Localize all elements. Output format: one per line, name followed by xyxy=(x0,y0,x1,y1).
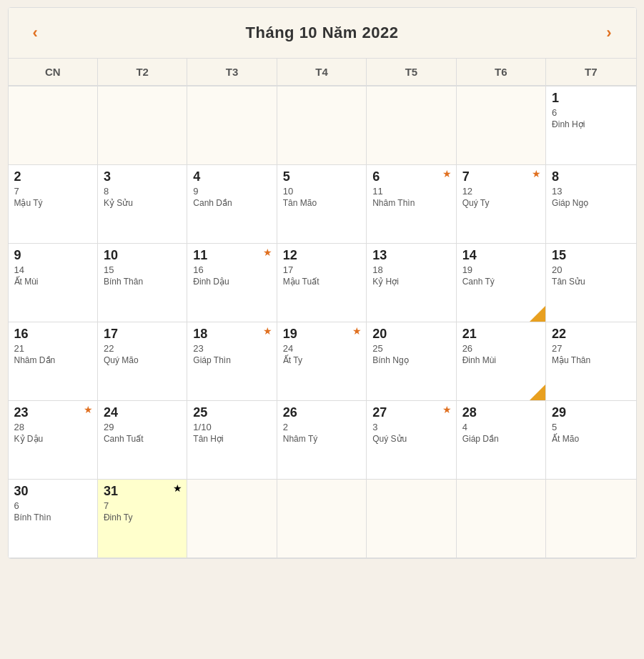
day-cell[interactable]: ★273Quý Sửu xyxy=(367,401,456,480)
lunar-date: 6 xyxy=(552,107,630,118)
star-icon: ★ xyxy=(84,404,93,415)
prev-month-button[interactable]: ‹ xyxy=(26,21,45,45)
star-icon: ★ xyxy=(442,404,452,415)
lunar-name: Nhâm Tý xyxy=(283,434,360,444)
day-cell[interactable]: 1217Mậu Tuất xyxy=(277,244,367,322)
day-cell[interactable]: 306Bính Thìn xyxy=(9,480,98,558)
day-cell[interactable]: 1621Nhâm Dần xyxy=(9,322,98,401)
day-cell xyxy=(187,480,277,558)
star-icon: ★ xyxy=(442,168,452,179)
day-cell[interactable]: 38Kỷ Sửu xyxy=(98,165,187,244)
weekday-label: CN xyxy=(9,59,98,85)
star-icon: ★ xyxy=(352,325,362,337)
next-month-button[interactable]: › xyxy=(599,21,618,45)
lunar-name: Ất Mão xyxy=(552,434,630,444)
lunar-date: 28 xyxy=(14,422,91,432)
day-cell xyxy=(457,480,546,558)
lunar-date: 17 xyxy=(283,264,360,275)
lunar-name: Canh Dần xyxy=(193,198,270,208)
lunar-date: 4 xyxy=(462,422,540,432)
weekday-label: T2 xyxy=(98,59,187,85)
lunar-date: 2 xyxy=(283,422,360,432)
lunar-date: 26 xyxy=(462,343,540,354)
lunar-date: 23 xyxy=(193,343,270,354)
day-cell[interactable]: ★611Nhâm Thìn xyxy=(367,165,456,244)
lunar-name: Mậu Tý xyxy=(14,198,91,208)
lunar-date: 7 xyxy=(104,500,181,511)
lunar-date: 13 xyxy=(552,186,630,197)
day-cell[interactable]: 49Canh Dần xyxy=(187,165,277,244)
lunar-date: 7 xyxy=(14,186,91,197)
day-cell[interactable]: 262Nhâm Tý xyxy=(277,401,367,480)
day-cell[interactable]: 295Ất Mão xyxy=(546,401,635,480)
lunar-name: Tân Hợi xyxy=(193,434,270,444)
lunar-date: 29 xyxy=(104,422,181,432)
day-number: 25 xyxy=(193,405,270,420)
lunar-date: 20 xyxy=(552,264,630,275)
corner-triangle xyxy=(530,385,545,400)
lunar-date: 8 xyxy=(104,186,181,197)
day-cell[interactable]: 1015Bính Thân xyxy=(98,244,187,322)
day-number: 22 xyxy=(552,327,630,342)
lunar-name: Giáp Thìn xyxy=(193,355,270,365)
day-cell[interactable]: 1520Tân Sửu xyxy=(546,244,635,322)
day-number: 29 xyxy=(552,405,630,420)
day-number: 26 xyxy=(283,405,360,420)
day-number: 6 xyxy=(372,169,450,184)
lunar-date: 1/10 xyxy=(193,422,270,432)
lunar-name: Ất Ty xyxy=(283,355,360,365)
day-number: 23 xyxy=(14,405,91,420)
weekday-label: T4 xyxy=(277,59,367,85)
day-cell[interactable]: 251/10Tân Hợi xyxy=(187,401,277,480)
lunar-date: 9 xyxy=(193,186,270,197)
day-cell[interactable]: 914Ất Mùi xyxy=(9,244,98,322)
day-number: 18 xyxy=(193,327,270,342)
lunar-date: 15 xyxy=(104,264,181,275)
calendar: ‹ Tháng 10 Năm 2022 › CNT2T3T4T5T6T7 16Đ… xyxy=(8,7,637,559)
lunar-date: 6 xyxy=(14,500,91,511)
lunar-name: Mậu Tuất xyxy=(283,277,360,287)
lunar-date: 27 xyxy=(552,343,630,354)
lunar-date: 21 xyxy=(14,343,91,354)
lunar-date: 24 xyxy=(283,343,360,354)
day-cell[interactable]: ★1116Đinh Dậu xyxy=(187,244,277,322)
day-cell[interactable]: 27Mậu Tý xyxy=(9,165,98,244)
day-cell[interactable]: ★1924Ất Ty xyxy=(277,322,367,401)
day-number: 13 xyxy=(372,248,450,263)
day-cell[interactable]: 1722Quý Mão xyxy=(98,322,187,401)
lunar-name: Mậu Thân xyxy=(552,355,630,365)
day-cell[interactable]: 1419Canh Tý xyxy=(457,244,546,322)
day-number: 9 xyxy=(14,248,91,263)
day-cell[interactable]: 2025Bính Ngọ xyxy=(367,322,456,401)
day-number: 12 xyxy=(283,248,360,263)
day-cell[interactable]: ★1823Giáp Thìn xyxy=(187,322,277,401)
day-cell[interactable]: ★712Quý Ty xyxy=(457,165,546,244)
day-cell[interactable]: ★2328Kỷ Dậu xyxy=(9,401,98,480)
day-cell xyxy=(367,86,456,165)
lunar-name: Giáp Ngọ xyxy=(552,198,630,208)
day-cell xyxy=(187,86,277,165)
day-cell[interactable]: ★317Đinh Ty xyxy=(98,480,187,558)
star-icon: ★ xyxy=(173,482,182,494)
lunar-name: Bính Thân xyxy=(104,277,181,287)
day-cell xyxy=(277,86,367,165)
day-number: 31 xyxy=(104,484,181,499)
day-number: 27 xyxy=(372,405,450,420)
lunar-name: Đinh Ty xyxy=(104,512,181,522)
day-number: 1 xyxy=(552,91,630,106)
lunar-date: 12 xyxy=(462,186,540,197)
day-cell[interactable]: 16Đinh Hợi xyxy=(546,86,635,165)
day-cell[interactable]: 1318Kỷ Hợi xyxy=(367,244,456,322)
day-cell[interactable]: 813Giáp Ngọ xyxy=(546,165,635,244)
day-cell[interactable]: 510Tân Mão xyxy=(277,165,367,244)
lunar-name: Bính Ngọ xyxy=(372,355,450,365)
day-cell[interactable]: 2126Đinh Mùi xyxy=(457,322,546,401)
day-cell[interactable]: 2227Mậu Thân xyxy=(546,322,635,401)
day-cell[interactable]: 284Giáp Dần xyxy=(457,401,546,480)
lunar-date: 14 xyxy=(14,264,91,275)
day-number: 10 xyxy=(104,248,181,263)
day-cell[interactable]: 2429Canh Tuất xyxy=(98,401,187,480)
day-cell xyxy=(367,480,456,558)
lunar-name: Kỷ Sửu xyxy=(104,198,181,208)
lunar-date: 5 xyxy=(552,422,630,432)
